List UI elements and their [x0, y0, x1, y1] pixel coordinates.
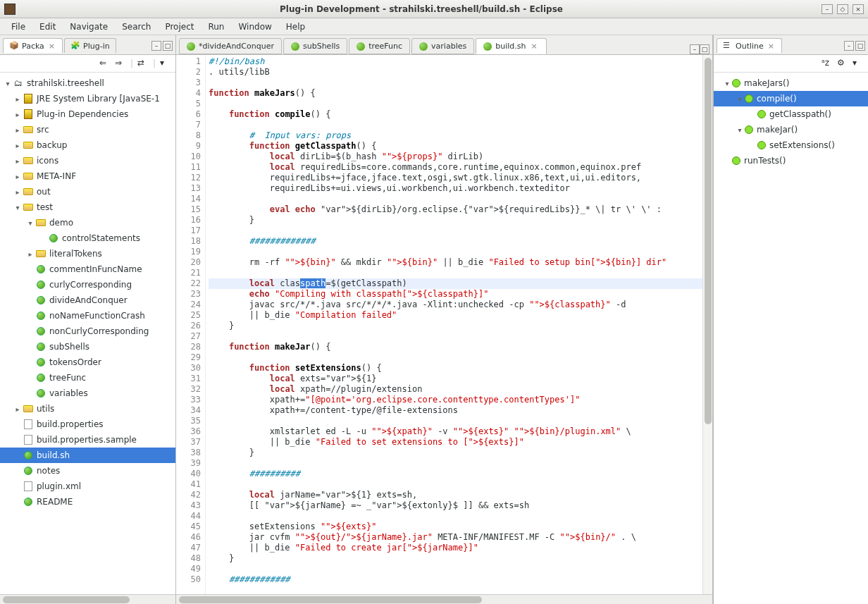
outline-item[interactable]: getClasspath(): [714, 106, 868, 122]
code-line[interactable]: }: [209, 321, 702, 331]
code-line[interactable]: local dirLib=$(b_hash "">${props}" dirLi…: [209, 152, 702, 162]
tree-row[interactable]: ▸icons: [0, 153, 175, 168]
code-line[interactable]: }: [209, 553, 702, 564]
menu-item-search[interactable]: Search: [115, 20, 158, 34]
tree-row[interactable]: ▾demo: [0, 215, 175, 230]
expander-icon[interactable]: ▸: [13, 142, 23, 149]
editor-tab[interactable]: variables: [411, 38, 474, 54]
menu-item-navigate[interactable]: Navigate: [63, 20, 115, 34]
code-line[interactable]: local jarName="var">${1} exts=sh,: [209, 490, 702, 500]
code-line[interactable]: [209, 416, 702, 426]
code-line[interactable]: javac src/*/*.java src/*/*/*.java -Xlint…: [209, 300, 702, 310]
filter-icon[interactable]: ⚙: [837, 58, 848, 69]
project-root[interactable]: ▾ 🗂 strahilski.treeshell: [0, 75, 175, 91]
close-button[interactable]: ×: [852, 4, 864, 14]
minimize-view-button[interactable]: –: [151, 41, 161, 51]
link-editor-icon[interactable]: ⇄: [137, 58, 149, 69]
code-line[interactable]: || b_die "Failed to set extensions to ["…: [209, 437, 702, 448]
outline-item[interactable]: runTests(): [714, 153, 868, 168]
code-line[interactable]: [209, 247, 702, 257]
minimize-editor-button[interactable]: –: [690, 44, 700, 54]
code-line[interactable]: [209, 564, 702, 574]
sort-icon[interactable]: ᵃz: [822, 58, 833, 69]
editor-tab[interactable]: subShells: [283, 38, 347, 54]
code-line[interactable]: }: [209, 215, 702, 226]
code-line[interactable]: #!/bin/bash: [209, 56, 702, 67]
expander-icon[interactable]: ▸: [13, 405, 23, 413]
code-line[interactable]: [209, 78, 702, 88]
code-line[interactable]: #############: [209, 236, 702, 247]
editor-scrollbar-vertical[interactable]: [702, 55, 712, 594]
code-line[interactable]: requiredLibs+=ui.views,ui.workbench,ui.w…: [209, 183, 702, 194]
tree-row[interactable]: build.properties: [0, 417, 175, 432]
tree-row[interactable]: nonCurlyCorresponding: [0, 323, 175, 339]
tree-row[interactable]: build.sh: [0, 448, 175, 463]
code-line[interactable]: ############: [209, 574, 702, 585]
editor-tab[interactable]: *divideAndConquer: [179, 38, 282, 54]
close-icon[interactable]: ×: [767, 42, 776, 51]
tree-row[interactable]: ▾test: [0, 199, 175, 215]
close-icon[interactable]: ×: [529, 42, 538, 51]
tree-row[interactable]: ▸utils: [0, 401, 175, 417]
minimize-view-button[interactable]: –: [844, 41, 854, 51]
maximize-button[interactable]: ◇: [837, 4, 848, 14]
maximize-editor-button[interactable]: □: [700, 44, 709, 54]
minimize-button[interactable]: –: [822, 4, 833, 14]
outline-item[interactable]: ▾makeJars(): [714, 75, 868, 91]
menu-item-help[interactable]: Help: [279, 20, 312, 34]
tree-row[interactable]: plugin.xml: [0, 479, 175, 494]
view-menu-icon[interactable]: ▾: [852, 58, 864, 69]
editor-scrollbar-horizontal[interactable]: [176, 594, 712, 604]
code-line[interactable]: xmlstarlet ed -L -u "">${xpath}" -v "">$…: [209, 426, 702, 437]
tree-row[interactable]: ▸META-INF: [0, 168, 175, 184]
code-line[interactable]: . utils/libB: [209, 67, 702, 78]
expander-icon[interactable]: ▸: [13, 126, 23, 134]
outline-tree[interactable]: ▾makeJars()▾compile()getClasspath()▾make…: [714, 73, 868, 604]
menu-item-edit[interactable]: Edit: [32, 20, 63, 34]
code-line[interactable]: [209, 194, 702, 204]
view-menu-icon[interactable]: ▾: [160, 58, 171, 69]
tree-row[interactable]: treeFunc: [0, 370, 175, 386]
code-line[interactable]: local classpath=$(getClasspath): [209, 278, 702, 289]
back-icon[interactable]: ⇐: [99, 58, 111, 69]
tree-row[interactable]: notes: [0, 463, 175, 479]
code-line[interactable]: [209, 458, 702, 469]
code-line[interactable]: ##########: [209, 469, 702, 479]
maximize-view-button[interactable]: □: [163, 41, 173, 51]
code-line[interactable]: [209, 120, 702, 130]
menu-item-file[interactable]: File: [4, 20, 32, 34]
close-icon[interactable]: ×: [47, 42, 56, 51]
tree-row[interactable]: divideAndConquer: [0, 292, 175, 308]
expander-icon[interactable]: ▸: [13, 188, 23, 196]
tree-row[interactable]: ▸src: [0, 122, 175, 137]
expander-icon[interactable]: ▾: [735, 95, 745, 103]
code-line[interactable]: }: [209, 448, 702, 458]
code-line[interactable]: setExtensions "">${exts}": [209, 522, 702, 532]
code-line[interactable]: xpath+="[@point='org.eclipse.core.conten…: [209, 395, 702, 405]
outline-item[interactable]: ▾makeJar(): [714, 122, 868, 137]
code-line[interactable]: function makeJars() {: [209, 88, 702, 99]
code-line[interactable]: [209, 226, 702, 236]
code-line[interactable]: function getClasspath() {: [209, 141, 702, 152]
expander-icon[interactable]: ▾: [13, 204, 23, 211]
tree-row[interactable]: ▸JRE System Library [JavaSE-1: [0, 91, 175, 106]
plugin-tab[interactable]: 🧩 Plug-in: [64, 38, 116, 53]
expander-icon[interactable]: ▾: [3, 80, 13, 87]
code-line[interactable]: eval echo "var">${dirLib}/org.eclipse.{"…: [209, 204, 702, 215]
tree-row[interactable]: tokensOrder: [0, 355, 175, 370]
package-explorer-tree[interactable]: ▾ 🗂 strahilski.treeshell ▸JRE System Lib…: [0, 73, 175, 594]
expander-icon[interactable]: ▾: [25, 219, 35, 227]
expander-icon[interactable]: ▸: [25, 250, 35, 258]
code-line[interactable]: [209, 479, 702, 490]
code-line[interactable]: requiredLibs+=jface,jface.text,osgi,swt.…: [209, 173, 702, 183]
code-line[interactable]: [[ "var">${jarName} =~ _"var">${extonly}…: [209, 500, 702, 511]
code-line[interactable]: local requiredLibs=core.commands,core.ru…: [209, 162, 702, 173]
tree-row[interactable]: README: [0, 494, 175, 510]
menu-item-project[interactable]: Project: [158, 20, 201, 34]
tree-row[interactable]: ▸backup: [0, 137, 175, 153]
code-line[interactable]: || b_die "Failed to create jar[">${jarNa…: [209, 543, 702, 553]
code-line[interactable]: xpath+=/content-type/@file-extensions: [209, 405, 702, 416]
code-line[interactable]: rm -rf "">${bin}" && mkdir "">${bin}" ||…: [209, 257, 702, 268]
code-line[interactable]: function setExtensions() {: [209, 363, 702, 374]
expander-icon[interactable]: ▸: [13, 157, 23, 165]
